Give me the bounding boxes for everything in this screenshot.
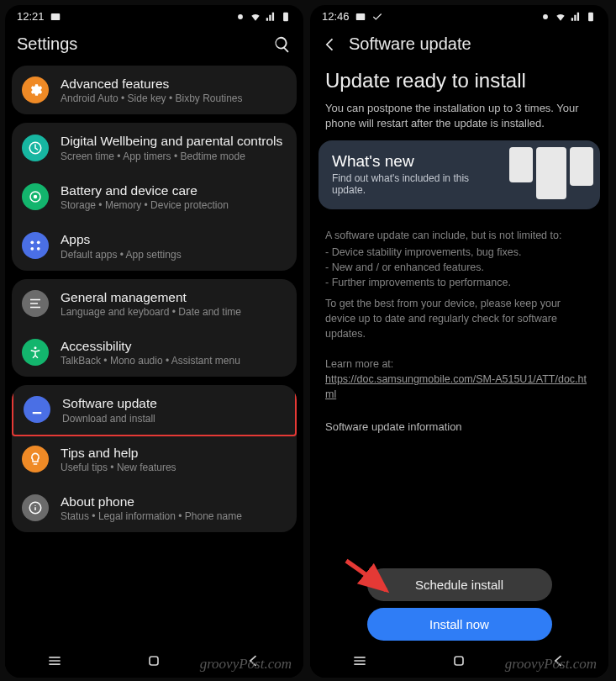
row-subtitle: Screen time • App timers • Bedtime mode [61,150,287,162]
page-title: Settings [17,34,273,54]
svg-rect-16 [455,657,463,665]
learn-link[interactable]: https://doc.samsungmobile.com/SM-A515U1/… [325,372,593,402]
about-icon [22,494,49,521]
nav-recents[interactable] [351,652,368,669]
bullet-item: Further improvements to performance. [325,275,593,290]
search-icon[interactable] [273,35,292,54]
card-thumbnails [509,147,593,199]
notif-icon [355,11,366,23]
row-subtitle: Storage • Memory • Device protection [61,199,287,211]
page-title: Software update [349,34,597,54]
clock: 12:46 [322,10,350,23]
row-title: Digital Wellbeing and parental controls [61,133,287,149]
location-icon [540,11,551,23]
info-lead: A software update can include, but is no… [325,228,593,243]
row-title: Software update [62,395,285,411]
battery-icon [585,11,597,23]
settings-row-apps[interactable]: Apps Default apps • App settings [12,221,297,270]
signal-icon [265,11,276,23]
update-icon [24,396,50,423]
battery-icon [22,183,49,210]
nav-bar [310,644,608,678]
svg-point-1 [238,14,243,19]
row-subtitle: Download and install [62,413,285,425]
nav-home[interactable] [145,652,162,669]
settings-row-general[interactable]: General management Language and keyboard… [12,279,297,328]
settings-group: Advanced features Android Auto • Side ke… [12,66,297,114]
whats-new-card[interactable]: What's new Find out what's included in t… [319,140,600,209]
svg-point-6 [30,241,34,245]
apps-icon [22,232,49,259]
check-icon [371,11,383,23]
svg-point-9 [37,247,40,251]
svg-rect-2 [283,12,288,21]
row-title: Accessibility [61,338,287,354]
row-subtitle: Android Auto • Side key • Bixby Routines [61,92,287,104]
nav-back[interactable] [245,652,262,669]
row-subtitle: Useful tips • New features [61,462,287,473]
intro-text: You can postpone the installation up to … [310,101,608,130]
svg-rect-13 [355,13,365,19]
settings-row-tips[interactable]: Tips and help Useful tips • New features [12,435,297,483]
row-subtitle: Language and keyboard • Date and time [61,306,287,318]
nav-bar [5,644,303,678]
row-title: General management [61,289,287,305]
card-subtitle: Find out what's included in this update. [332,172,475,196]
heading: Update ready to install [310,66,608,101]
gear-icon [22,77,49,103]
svg-point-7 [37,241,40,245]
signal-icon [570,11,582,23]
svg-point-5 [34,195,38,199]
settings-row-battery[interactable]: Battery and device care Storage • Memory… [12,172,297,221]
clock: 12:21 [17,10,45,23]
wifi-icon [555,11,566,23]
statusbar-left: 12:21 [5,5,303,26]
settings-group: General management Language and keyboard… [12,279,297,377]
settings-row-gear[interactable]: Advanced features Android Auto • Side ke… [12,66,297,114]
install-now-button[interactable]: Install now [367,608,552,641]
svg-rect-0 [50,13,60,19]
back-icon[interactable] [322,36,339,53]
info-tail: To get the best from your device, please… [325,296,593,341]
access-icon [22,339,49,366]
settings-row-wellbeing[interactable]: Digital Wellbeing and parental controls … [12,123,297,172]
bullet-item: Device stability improvements, bug fixes… [325,245,593,260]
settings-screen: 12:21 Settings Advanced features Android… [5,5,303,678]
schedule-install-button[interactable]: Schedule install [367,568,552,601]
row-subtitle: TalkBack • Mono audio • Assistant menu [61,355,287,367]
row-subtitle: Status • Legal information • Phone name [61,510,287,522]
update-screen: 12:46 Software update Update ready to in… [310,5,608,678]
row-subtitle: Default apps • App settings [61,249,287,261]
svg-rect-15 [588,12,593,21]
general-icon [22,290,49,317]
settings-group: Digital Wellbeing and parental controls … [12,123,297,270]
settings-row-access[interactable]: Accessibility TalkBack • Mono audio • As… [12,328,297,377]
settings-row-update[interactable]: Software update Download and install [12,385,297,436]
svg-point-14 [543,14,548,19]
row-title: Apps [61,231,287,247]
notif-icon [50,11,61,23]
battery-icon [280,11,292,23]
settings-row-about[interactable]: About phone Status • Legal information •… [12,483,297,532]
nav-recents[interactable] [46,652,63,669]
svg-point-10 [34,346,37,349]
tips-icon [22,446,49,472]
bullet-item: New and / or enhanced features. [325,260,593,275]
settings-group: Software update Download and install Tip… [12,385,297,532]
location-icon [234,11,246,23]
learn-label: Learn more at: [325,356,593,372]
row-title: Advanced features [61,76,287,92]
row-title: Tips and help [61,445,287,461]
svg-point-8 [30,247,34,251]
statusbar-right: 12:46 [310,5,608,26]
row-title: About phone [61,494,287,509]
info-block: A software update can include, but is no… [310,219,608,410]
row-title: Battery and device care [61,182,287,198]
nav-home[interactable] [450,652,467,669]
svg-rect-12 [150,657,158,665]
wellbeing-icon [22,135,49,161]
nav-back[interactable] [550,652,567,669]
update-info-heading: Software update information [310,410,608,436]
wifi-icon [250,11,261,23]
